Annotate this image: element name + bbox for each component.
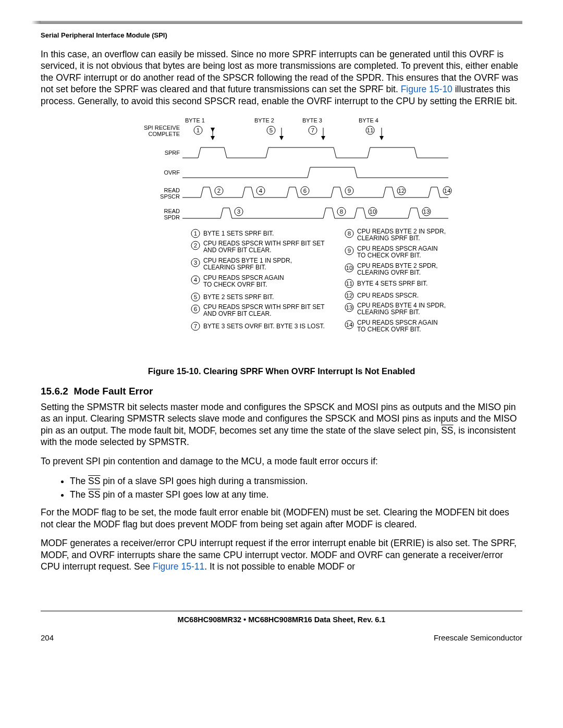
paragraph-4: For the MODF flag to be set, the mode fa… — [41, 507, 522, 530]
svg-text:7: 7 — [311, 127, 314, 133]
figure-ref-15-11[interactable]: Figure 15-11 — [153, 561, 204, 572]
read-spdr-wave — [182, 208, 448, 218]
svg-text:14: 14 — [346, 322, 353, 328]
svg-text:10: 10 — [370, 208, 376, 215]
ovrf-label: OVRF — [164, 169, 180, 176]
paragraph-2: Setting the SPMSTR bit selects master mo… — [41, 401, 522, 448]
vendor: Freescale Semiconductor — [434, 633, 522, 642]
svg-text:BYTE 4 SETS SPRF BIT.: BYTE 4 SETS SPRF BIT. — [357, 280, 427, 287]
byte4-label: BYTE 4 — [359, 117, 378, 124]
footer-rule — [41, 611, 522, 611]
svg-text:4: 4 — [194, 277, 198, 283]
svg-text:11: 11 — [346, 280, 353, 287]
ovrf-wave — [182, 167, 448, 178]
bullet-list: The SS pin of a slave SPI goes high duri… — [41, 474, 522, 502]
para5-b: . It is not possible to enable MODF or — [204, 561, 355, 572]
footer-row: 204 Freescale Semiconductor — [41, 633, 522, 642]
svg-text:6: 6 — [303, 188, 307, 194]
svg-text:CLEARING SPRF BIT.: CLEARING SPRF BIT. — [203, 264, 266, 271]
spdr-nums: 3 8 10 13 — [235, 207, 431, 216]
ss-overline-3: SS — [88, 489, 100, 500]
svg-text:TO CHECK OVRF BIT.: TO CHECK OVRF BIT. — [203, 281, 267, 288]
svg-text:CPU READS BYTE 1 IN SPDR,: CPU READS BYTE 1 IN SPDR, — [203, 257, 292, 264]
b2b: pin of a master SPI goes low at any time… — [100, 489, 268, 500]
b2a: The — [70, 489, 88, 500]
svg-text:BYTE 1 SETS SPRF BIT.: BYTE 1 SETS SPRF BIT. — [203, 230, 274, 237]
svg-text:5: 5 — [270, 127, 273, 133]
svg-text:CLEARING SPRF BIT.: CLEARING SPRF BIT. — [357, 235, 420, 242]
marker-7: 7 — [309, 126, 325, 140]
byte3-label: BYTE 3 — [302, 117, 322, 124]
svg-text:12: 12 — [346, 292, 353, 299]
svg-text:1: 1 — [194, 230, 197, 237]
bullet-1: The SS pin of a slave SPI goes high duri… — [70, 474, 522, 488]
svg-text:5: 5 — [194, 294, 197, 300]
figure-ref-15-10[interactable]: Figure 15-10 — [401, 84, 452, 94]
ss-overline-2: SS — [88, 476, 100, 486]
svg-text:2: 2 — [217, 188, 221, 194]
svg-text:CPU READS SPSCR AGAIN: CPU READS SPSCR AGAIN — [203, 274, 284, 281]
notes-left: 1 BYTE 1 SETS SPRF BIT. 2 CPU READS SPSC… — [191, 229, 325, 330]
svg-text:CPU READS BYTE 2 SPDR,: CPU READS BYTE 2 SPDR, — [357, 262, 438, 269]
svg-text:4: 4 — [259, 188, 263, 194]
svg-text:9: 9 — [348, 188, 351, 194]
svg-text:BYTE 3 SETS OVRF BIT. BYTE 3 I: BYTE 3 SETS OVRF BIT. BYTE 3 IS LOST. — [203, 323, 325, 330]
sprf-label: SPRF — [165, 150, 180, 156]
spscr-nums: 2 4 6 9 12 14 — [215, 187, 451, 195]
svg-text:8: 8 — [340, 208, 343, 215]
svg-text:14: 14 — [444, 188, 451, 194]
svg-text:TO CHECK OVRF BIT.: TO CHECK OVRF BIT. — [357, 326, 421, 333]
svg-text:CPU READS BYTE 2 IN SPDR,: CPU READS BYTE 2 IN SPDR, — [357, 228, 446, 235]
spi-receive-a: SPI RECEIVE — [144, 125, 180, 131]
svg-text:CLEARING OVRF BIT.: CLEARING OVRF BIT. — [357, 269, 421, 276]
spi-receive-b: COMPLETE — [148, 131, 180, 137]
svg-text:2: 2 — [194, 242, 197, 249]
svg-text:12: 12 — [398, 188, 405, 194]
svg-text:CLEARING SPRF BIT.: CLEARING SPRF BIT. — [357, 309, 420, 316]
b1a: The — [70, 476, 88, 486]
marker-5: 5 — [267, 126, 284, 140]
svg-text:10: 10 — [346, 265, 353, 271]
svg-text:CPU READS SPSCR WITH SPRF BIT : CPU READS SPSCR WITH SPRF BIT SET — [203, 303, 325, 311]
notes-right: 8 CPU READS BYTE 2 IN SPDR, CLEARING SPR… — [345, 228, 446, 333]
paragraph-5: MODF generates a receiver/error CPU inte… — [41, 537, 522, 572]
arrow-row: 1 5 7 — [194, 126, 384, 140]
marker-1: 1 — [194, 126, 215, 140]
read-b: READ — [164, 208, 180, 214]
svg-text:7: 7 — [194, 323, 197, 329]
svg-text:9: 9 — [348, 248, 351, 254]
svg-text:CPU READS SPSCR.: CPU READS SPSCR. — [357, 292, 419, 299]
svg-text:3: 3 — [194, 260, 197, 266]
svg-text:CPU READS BYTE 4 IN SPDR,: CPU READS BYTE 4 IN SPDR, — [357, 302, 446, 309]
svg-text:CPU READS SPSCR WITH SPRF BIT : CPU READS SPSCR WITH SPRF BIT SET — [203, 240, 325, 247]
footer-title: MC68HC908MR32 • MC68HC908MR16 Data Sheet… — [41, 615, 522, 624]
svg-text:CPU READS SPSCR AGAIN: CPU READS SPSCR AGAIN — [357, 245, 438, 252]
paragraph-intro: In this case, an overflow can easily be … — [41, 48, 522, 107]
svg-text:13: 13 — [423, 208, 430, 215]
b1b: pin of a slave SPI goes high during a tr… — [100, 476, 308, 486]
marker-11: 11 — [366, 126, 384, 140]
spdr-b: SPDR — [164, 214, 180, 220]
byte2-label: BYTE 2 — [254, 117, 274, 124]
sprf-wave — [182, 147, 448, 158]
svg-text:BYTE 2 SETS SPRF BIT.: BYTE 2 SETS SPRF BIT. — [203, 293, 274, 301]
svg-text:AND OVRF BIT CLEAR.: AND OVRF BIT CLEAR. — [203, 310, 271, 317]
svg-text:11: 11 — [367, 127, 374, 133]
paragraph-3: To prevent SPI pin contention and damage… — [41, 455, 522, 467]
top-rule — [41, 21, 522, 24]
spscr-a: SPSCR — [160, 193, 180, 200]
svg-text:13: 13 — [346, 304, 353, 311]
read-a: READ — [164, 187, 180, 193]
ss-overline-1: SS — [441, 425, 453, 436]
bullet-2: The SS pin of a master SPI goes low at a… — [70, 488, 522, 501]
svg-text:TO CHECK OVRF BIT.: TO CHECK OVRF BIT. — [357, 252, 421, 259]
running-head: Serial Peripheral Interface Module (SPI) — [41, 31, 522, 39]
section-heading: 15.6.2 Mode Fault Error — [41, 386, 522, 397]
spacer — [41, 579, 522, 600]
svg-text:3: 3 — [237, 208, 240, 215]
svg-text:1: 1 — [197, 127, 200, 133]
figure-15-10: BYTE 1 BYTE 2 BYTE 3 BYTE 4 SPI RECEIVE … — [94, 116, 469, 361]
svg-marker-4 — [211, 136, 215, 140]
svg-text:AND OVRF BIT CLEAR.: AND OVRF BIT CLEAR. — [203, 246, 271, 254]
section-title: Mode Fault Error — [74, 386, 153, 397]
